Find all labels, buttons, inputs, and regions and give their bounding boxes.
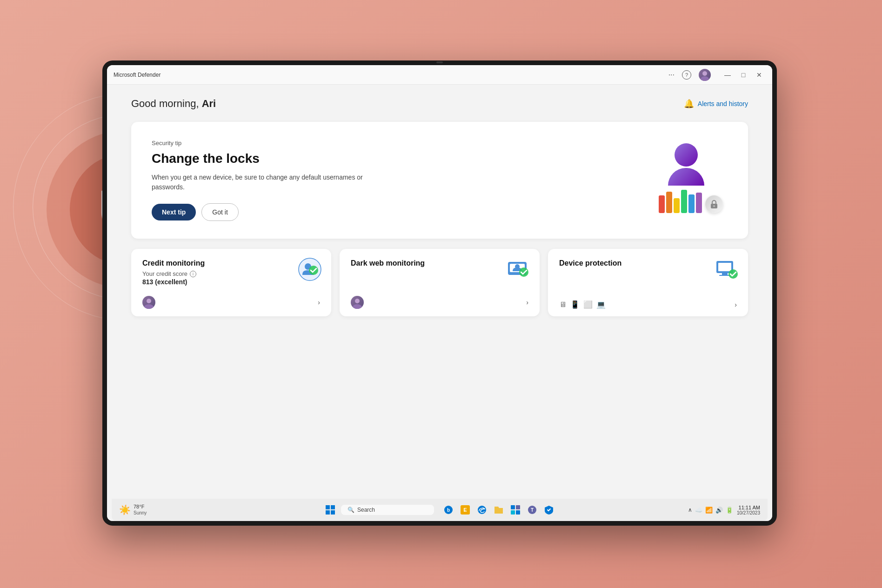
maximize-button[interactable]: □ <box>737 68 750 81</box>
svg-text:E: E <box>463 507 467 513</box>
card-bottom-credit: › <box>142 296 320 309</box>
device-protection-title: Device protection <box>559 259 737 267</box>
credit-monitoring-icon <box>298 257 322 281</box>
security-tip-card: Security tip Change the locks When you g… <box>131 122 748 239</box>
weather-icon: ☀️ <box>119 504 131 515</box>
svg-rect-31 <box>511 510 515 514</box>
person-figure <box>668 143 704 186</box>
svg-rect-23 <box>331 510 335 514</box>
alerts-label: Alerts and history <box>698 100 748 107</box>
cloud-icon: ☁️ <box>695 507 702 514</box>
taskbar-apps: b E T <box>441 503 556 517</box>
svg-rect-32 <box>516 510 520 514</box>
weather-temp: 78°F <box>134 504 147 510</box>
taskbar-app-files[interactable] <box>492 503 506 517</box>
user-avatar[interactable] <box>699 69 711 81</box>
user-avatar-credit <box>142 296 155 309</box>
credit-score-label: Your credit score i <box>142 270 320 277</box>
dark-web-arrow-icon[interactable]: › <box>526 299 528 306</box>
taskbar-app-defender[interactable] <box>542 503 556 517</box>
clock-date: 10/27/2023 <box>737 510 760 515</box>
dark-web-icon <box>506 257 530 281</box>
bell-icon: 🔔 <box>684 99 694 109</box>
taskbar-app-1[interactable]: b <box>441 503 455 517</box>
device-frame: Microsoft Defender ··· ? — □ ✕ Good morn… <box>102 60 777 526</box>
info-icon[interactable]: i <box>190 271 196 277</box>
taskbar: ☀️ 78°F Sunny 🔍 Search <box>112 499 768 521</box>
search-icon: 🔍 <box>347 507 354 513</box>
search-placeholder: Search <box>357 507 375 513</box>
mobile-icon: 📱 <box>570 300 580 309</box>
card-bottom-device: 🖥 📱 ⬜ 💻 › <box>559 300 737 309</box>
credit-score-value: 813 (excellent) <box>142 278 320 286</box>
svg-point-13 <box>355 299 360 303</box>
battery-icon: 🔋 <box>726 507 733 514</box>
lock-icon <box>705 195 723 213</box>
taskbar-app-teams[interactable]: T <box>525 503 539 517</box>
help-button[interactable]: ? <box>682 70 691 80</box>
credit-monitoring-title: Credit monitoring <box>142 259 320 267</box>
credit-arrow-icon[interactable]: › <box>318 299 320 306</box>
taskbar-app-store[interactable] <box>508 503 522 517</box>
taskbar-app-2[interactable]: E <box>458 503 472 517</box>
close-button[interactable]: ✕ <box>753 68 766 81</box>
tip-description: When you get a new device, be sure to ch… <box>152 173 375 192</box>
svg-point-1 <box>701 76 709 81</box>
svg-point-7 <box>147 299 151 303</box>
svg-rect-21 <box>331 505 335 509</box>
lock-illustration <box>659 190 723 213</box>
device-screen: Microsoft Defender ··· ? — □ ✕ Good morn… <box>107 65 772 521</box>
more-options-button[interactable]: ··· <box>668 71 675 79</box>
svg-rect-22 <box>326 510 330 514</box>
got-it-button[interactable]: Got it <box>201 203 238 221</box>
svg-rect-20 <box>326 505 330 509</box>
device-protection-card: Device protection <box>548 249 748 316</box>
device-protection-icon <box>715 257 739 281</box>
device-arrow-icon[interactable]: › <box>735 301 737 308</box>
start-button[interactable] <box>323 503 337 517</box>
tip-content: Security tip Change the locks When you g… <box>152 140 635 221</box>
monitor-icon: 🖥 <box>559 301 567 309</box>
dark-web-title: Dark web monitoring <box>351 259 528 267</box>
minimize-button[interactable]: — <box>721 68 734 81</box>
taskbar-left: ☀️ 78°F Sunny <box>119 504 323 515</box>
tip-label: Security tip <box>152 140 635 147</box>
wifi-icon: 📶 <box>705 507 713 514</box>
taskbar-app-edge[interactable] <box>475 503 489 517</box>
svg-rect-30 <box>516 505 520 509</box>
chevron-up-icon[interactable]: ∧ <box>688 507 692 513</box>
alerts-history-button[interactable]: 🔔 Alerts and history <box>684 99 748 109</box>
clock-time: 11:11 AM <box>737 505 760 510</box>
laptop-icon: 💻 <box>596 300 606 309</box>
tip-title: Change the locks <box>152 151 635 166</box>
weather-info: 78°F Sunny <box>134 504 147 515</box>
dark-web-monitoring-card: Dark web monitoring <box>340 249 540 316</box>
tablet-icon: ⬜ <box>583 300 593 309</box>
tip-buttons: Next tip Got it <box>152 203 635 221</box>
titlebar: Microsoft Defender ··· ? — □ ✕ <box>107 65 772 85</box>
svg-rect-17 <box>722 273 728 275</box>
greeting-text: Good morning, Ari <box>131 98 216 110</box>
taskbar-right: ∧ ☁️ 📶 🔊 🔋 11:11 AM 10/27/2023 <box>556 505 760 515</box>
svg-text:b: b <box>447 508 450 513</box>
next-tip-button[interactable]: Next tip <box>152 204 196 220</box>
tip-illustration <box>635 143 728 218</box>
system-tray-icons: ∧ ☁️ 📶 🔊 🔋 <box>688 507 733 514</box>
weather-description: Sunny <box>134 510 147 516</box>
system-clock[interactable]: 11:11 AM 10/27/2023 <box>737 505 760 515</box>
svg-rect-29 <box>511 505 515 509</box>
credit-monitoring-card: Credit monitoring Your credit score <box>131 249 331 316</box>
app-title: Microsoft Defender <box>114 72 668 78</box>
titlebar-controls: ··· ? — □ ✕ <box>668 68 766 81</box>
svg-point-3 <box>713 205 715 207</box>
svg-point-14 <box>353 304 362 309</box>
cards-row: Credit monitoring Your credit score <box>131 249 748 316</box>
svg-rect-16 <box>718 263 731 271</box>
header-row: Good morning, Ari 🔔 Alerts and history <box>131 98 748 110</box>
svg-point-0 <box>702 71 707 76</box>
taskbar-center: 🔍 Search b E <box>323 503 556 517</box>
svg-point-8 <box>144 304 154 309</box>
volume-icon: 🔊 <box>715 507 723 514</box>
main-content: Good morning, Ari 🔔 Alerts and history S… <box>107 85 772 521</box>
search-bar[interactable]: 🔍 Search <box>341 505 434 515</box>
